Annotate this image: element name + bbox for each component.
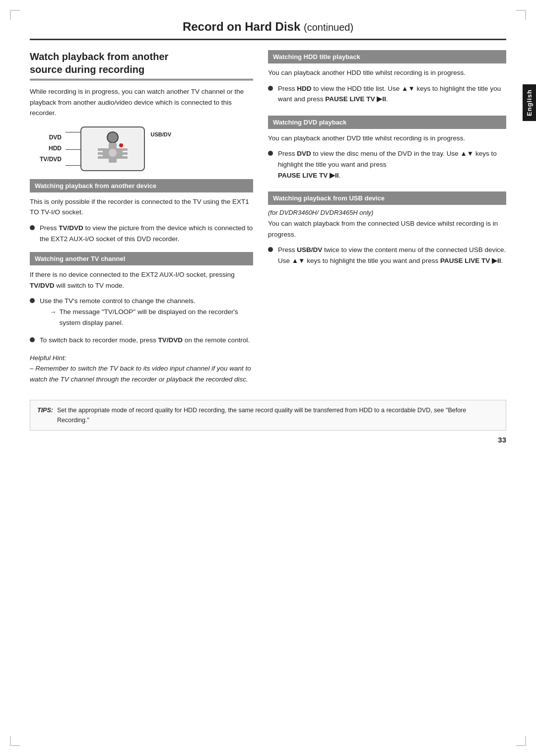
- usb-bullet: Press USB/DV twice to view the content m…: [268, 245, 506, 266]
- bullet-item-remote: Use the TV's remote control to change th…: [30, 296, 253, 330]
- dvd-section-text: You can playback another DVD title whils…: [268, 133, 506, 144]
- usb-label: USB/DV: [150, 131, 171, 137]
- svg-rect-1: [109, 156, 117, 163]
- usb-bullet-dot: [268, 247, 273, 252]
- two-col-layout: Watch playback from another source durin…: [30, 50, 506, 385]
- english-tab: English: [523, 84, 536, 121]
- watching-tv-text: If there is no device connected to the E…: [30, 269, 253, 291]
- hdd-bullet-dot: [268, 86, 273, 91]
- bullet-item-tvdvd: Press TV/DVD to view the picture from th…: [30, 223, 253, 244]
- hdd-section-header: Watching HDD title playback: [268, 50, 506, 63]
- page-title-text: Record on Hard Disk: [183, 20, 300, 33]
- corner-tl: [10, 10, 20, 20]
- bullet-dot-1: [30, 225, 35, 230]
- svg-rect-3: [116, 149, 123, 157]
- dvd-section: Watching DVD playback You can playback a…: [268, 116, 506, 181]
- arrow-symbol: →: [50, 307, 57, 317]
- watching-playback-text: This is only possible if the recorder is…: [30, 196, 253, 218]
- dvd-bullet-text: Press DVD to view the disc menu of the D…: [278, 148, 506, 181]
- tips-text: Set the appropriate mode of record quali…: [57, 405, 499, 425]
- line-hdd: [66, 149, 80, 150]
- bullet-dot-3: [30, 337, 35, 342]
- bullet-item-switch-back: To switch back to recorder mode, press T…: [30, 335, 253, 346]
- line-dvd: [66, 132, 80, 132]
- usb-section-header: Watching playback from USB device: [268, 191, 506, 205]
- tips-box: TIPS: Set the appropriate mode of record…: [30, 400, 506, 431]
- page-number: 33: [30, 436, 506, 444]
- corner-tr: [516, 10, 526, 20]
- pause-live-tv-dvd: PAUSE LIVE TV ▶II: [278, 172, 339, 179]
- dvd-label: DVD: [40, 132, 62, 143]
- watching-tv-box: Watching another TV channel: [30, 252, 253, 265]
- usb-italic-note: (for DVDR3460H/ DVDR3465H only): [268, 209, 506, 216]
- arrow-item-tvloop: → The message "TV/LOOP" will be displaye…: [50, 307, 253, 328]
- hdd-label: HDD: [40, 143, 62, 154]
- diagram-lines: [66, 126, 80, 171]
- device-box: USB/DV: [80, 126, 145, 171]
- helpful-hint-text: – Remember to switch the TV back to its …: [30, 363, 253, 384]
- usb-bullet-text: Press USB/DV twice to view the content m…: [278, 245, 506, 266]
- page-title-continued: (continued): [304, 22, 353, 33]
- section-heading: Watch playback from another source durin…: [30, 50, 253, 80]
- diagram-labels: DVD HDD TV/DVD: [40, 132, 62, 165]
- hdd-section: Watching HDD title playback You can play…: [268, 50, 506, 105]
- intro-text: While recording is in progress, you can …: [30, 86, 253, 119]
- svg-rect-2: [103, 149, 110, 157]
- corner-br: [516, 736, 526, 746]
- right-column: Watching HDD title playback You can play…: [268, 50, 506, 385]
- svg-point-5: [119, 143, 123, 147]
- tips-label: TIPS:: [37, 405, 53, 415]
- hdd-bullet-text: Press HDD to view the HDD title list. Us…: [278, 83, 506, 105]
- corner-bl: [10, 736, 20, 746]
- line-tvdvd: [66, 165, 80, 166]
- dvd-bullet: Press DVD to view the disc menu of the D…: [268, 148, 506, 181]
- helpful-hint: Helpful Hint: – Remember to switch the T…: [30, 353, 253, 385]
- bullet-dot-2: [30, 298, 35, 303]
- helpful-hint-title: Helpful Hint:: [30, 353, 253, 364]
- left-column: Watch playback from another source durin…: [30, 50, 253, 385]
- device-diagram: DVD HDD TV/DVD: [40, 126, 253, 171]
- page-title: Record on Hard Disk (continued): [30, 20, 506, 40]
- tvloop-text: The message "TV/LOOP" will be displayed …: [60, 307, 254, 328]
- usb-section: Watching playback from USB device (for D…: [268, 191, 506, 266]
- svg-rect-0: [109, 143, 117, 150]
- page-wrapper: English Record on Hard Disk (continued) …: [0, 0, 536, 756]
- device-dpad: [100, 140, 125, 165]
- dvd-bullet-dot: [268, 151, 273, 156]
- usb-section-text: You can watch playback from the connecte…: [268, 218, 506, 240]
- bullet-text-2: Use the TV's remote control to change th…: [40, 296, 253, 330]
- hdd-section-text: You can playback another HDD title whils…: [268, 67, 506, 78]
- bullet-text-3: To switch back to recorder mode, press T…: [40, 335, 253, 346]
- tvdvd-label: TV/DVD: [40, 154, 62, 165]
- bullet-text-1: Press TV/DVD to view the picture from th…: [40, 223, 253, 244]
- svg-point-4: [109, 149, 117, 157]
- hdd-bullet: Press HDD to view the HDD title list. Us…: [268, 83, 506, 105]
- dvd-section-header: Watching DVD playback: [268, 116, 506, 129]
- watching-playback-box: Watching playback from another device: [30, 179, 253, 192]
